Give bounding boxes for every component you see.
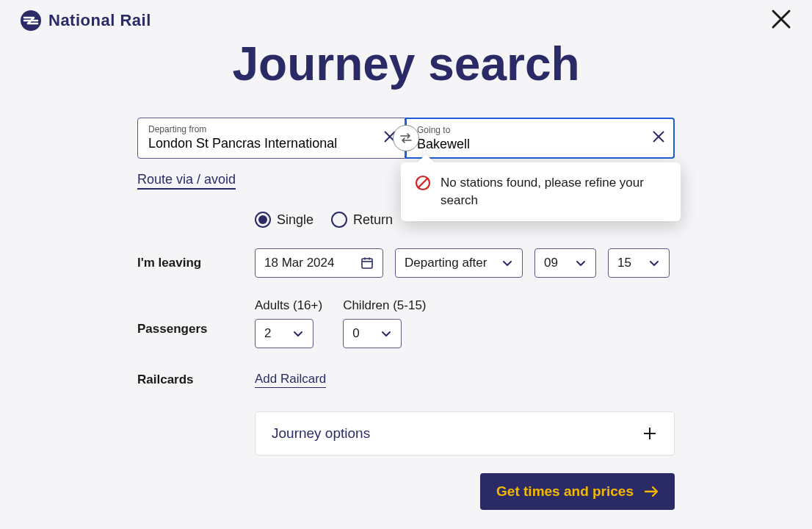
adults-value: 2 bbox=[264, 326, 271, 341]
from-field[interactable]: Departing from bbox=[137, 118, 405, 159]
calendar-icon bbox=[360, 256, 374, 270]
cta-label: Get times and prices bbox=[496, 483, 634, 500]
railcards-label: Railcards bbox=[137, 373, 255, 387]
leaving-label: I'm leaving bbox=[137, 256, 255, 270]
adults-label: Adults (16+) bbox=[255, 298, 322, 313]
prohibited-icon bbox=[414, 174, 432, 192]
route-via-avoid-link[interactable]: Route via / avoid bbox=[137, 172, 236, 190]
to-field[interactable]: Going to bbox=[405, 118, 675, 159]
get-times-prices-button[interactable]: Get times and prices bbox=[480, 473, 675, 510]
national-rail-icon bbox=[21, 10, 41, 31]
children-label: Children (5-15) bbox=[343, 298, 426, 313]
to-input[interactable] bbox=[417, 137, 641, 152]
hour-select[interactable]: 09 bbox=[534, 248, 596, 278]
close-icon bbox=[771, 9, 791, 29]
radio-icon bbox=[255, 212, 271, 228]
hour-value: 09 bbox=[544, 256, 558, 270]
page-title: Journey search bbox=[0, 37, 812, 91]
swap-stations-button[interactable] bbox=[393, 125, 419, 151]
chevron-down-icon bbox=[380, 328, 392, 339]
from-label: Departing from bbox=[148, 124, 372, 134]
passengers-label: Passengers bbox=[137, 298, 255, 337]
chevron-down-icon bbox=[292, 328, 304, 339]
clear-to-button[interactable] bbox=[651, 129, 666, 147]
chevron-down-icon bbox=[575, 257, 587, 269]
from-input[interactable] bbox=[148, 136, 372, 151]
brand-text: National Rail bbox=[48, 11, 151, 30]
arrow-right-icon bbox=[644, 484, 659, 499]
minute-select[interactable]: 15 bbox=[608, 248, 670, 278]
plus-icon bbox=[642, 425, 658, 442]
swap-icon bbox=[399, 131, 413, 145]
depart-mode-select[interactable]: Departing after bbox=[395, 248, 523, 278]
no-results-message: No stations found, please refine your se… bbox=[441, 174, 667, 209]
journey-options-toggle[interactable]: Journey options bbox=[255, 411, 675, 456]
close-icon bbox=[651, 129, 666, 144]
add-railcard-link[interactable]: Add Railcard bbox=[255, 372, 326, 388]
minute-value: 15 bbox=[617, 256, 631, 270]
no-results-popover: No stations found, please refine your se… bbox=[401, 162, 681, 221]
svg-line-8 bbox=[418, 179, 428, 188]
children-select[interactable]: 0 bbox=[343, 319, 402, 348]
radio-single-label: Single bbox=[277, 212, 313, 228]
radio-icon bbox=[331, 212, 347, 228]
to-label: Going to bbox=[417, 125, 641, 135]
depart-mode-value: Departing after bbox=[405, 256, 487, 270]
children-value: 0 bbox=[352, 326, 359, 341]
radio-return-label: Return bbox=[353, 212, 393, 228]
svg-rect-9 bbox=[362, 259, 372, 268]
journey-options-label: Journey options bbox=[272, 425, 370, 442]
station-inputs: Departing from Going to bbox=[137, 118, 675, 159]
brand-logo[interactable]: National Rail bbox=[21, 10, 151, 31]
radio-single[interactable]: Single bbox=[255, 212, 313, 228]
date-value: 18 Mar 2024 bbox=[264, 256, 334, 270]
chevron-down-icon bbox=[648, 257, 660, 269]
date-picker[interactable]: 18 Mar 2024 bbox=[255, 248, 383, 278]
chevron-down-icon bbox=[501, 257, 513, 269]
close-button[interactable] bbox=[771, 9, 791, 32]
radio-return[interactable]: Return bbox=[331, 212, 393, 228]
adults-select[interactable]: 2 bbox=[255, 319, 313, 348]
